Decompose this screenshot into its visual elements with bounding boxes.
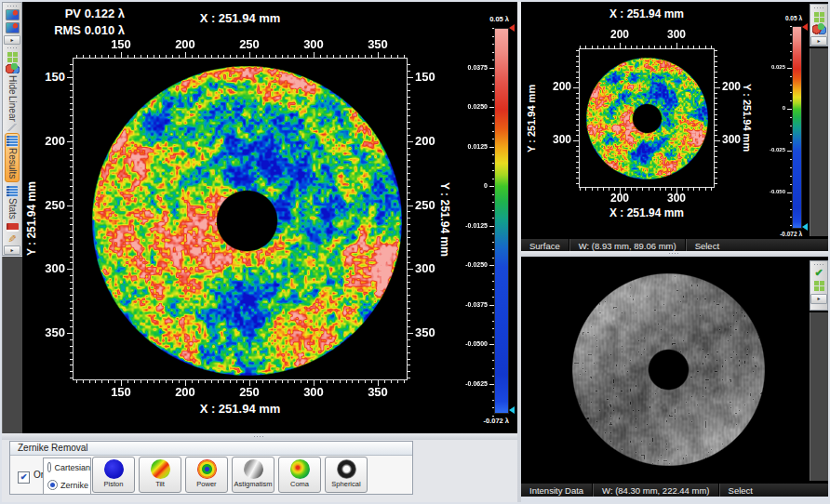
power-icon	[197, 459, 217, 479]
colorbar-tick-label: 0.0250	[449, 103, 488, 110]
axis-tick	[70, 128, 73, 129]
astigmatism-icon	[244, 459, 263, 479]
status-title: Intensity Data	[521, 484, 592, 497]
expand-icon[interactable]: ▸	[4, 245, 20, 255]
colorbar-tick	[492, 289, 495, 290]
mode-option-zernike[interactable]: Zernike	[44, 476, 90, 494]
colorbar-tick	[492, 44, 495, 45]
results-tab[interactable]: Results	[5, 133, 20, 181]
tile-windows-icon[interactable]	[7, 51, 19, 61]
wavefront-colorbar[interactable]	[494, 28, 509, 414]
axis-tick	[715, 162, 717, 163]
colorbar-max-label: 0.05 λ	[435, 15, 509, 23]
tile-windows-icon[interactable]	[813, 11, 825, 22]
colorbar-tick	[492, 115, 495, 116]
colorbar-tick	[492, 154, 495, 155]
surface-map-view[interactable]: X : 251.94 mm Y : 251.94 mm Y : 251.94 m…	[521, 2, 828, 238]
axis-tick	[603, 46, 604, 48]
axis-tick	[70, 97, 73, 98]
spheres-icon[interactable]	[6, 63, 20, 73]
spheres-icon[interactable]	[812, 23, 826, 34]
axis-tick	[408, 97, 410, 98]
on-checkbox[interactable]: ✔	[18, 471, 30, 484]
toolbar-grip[interactable]	[7, 5, 19, 7]
hide-button[interactable]: Hide	[7, 75, 18, 95]
axis-tick	[408, 269, 413, 270]
select-menu[interactable]: Select	[687, 239, 728, 252]
axis-tick	[576, 72, 579, 73]
zernike-power-button[interactable]: Power	[185, 457, 228, 493]
wavefront-plot-frame[interactable]	[73, 58, 408, 380]
report-icon[interactable]	[7, 223, 19, 232]
expand-icon[interactable]: ▸	[4, 35, 20, 45]
intensity-data-view[interactable]	[521, 257, 828, 483]
axis-tick	[256, 55, 257, 58]
axis-tick	[67, 77, 73, 78]
axis-tick	[70, 103, 73, 104]
colorbar-tick	[492, 194, 495, 195]
expand-icon[interactable]: ▸	[810, 36, 827, 46]
axis-tick	[597, 188, 598, 191]
tile-windows-icon[interactable]	[813, 280, 825, 292]
axis-tick	[576, 109, 579, 110]
axis-tick	[715, 66, 717, 67]
wavefront-map-canvas[interactable]	[74, 59, 407, 379]
axis-tick	[614, 188, 615, 191]
cartesian-radio[interactable]	[47, 462, 51, 472]
surface-map-canvas[interactable]	[580, 49, 714, 187]
zernike-spherical-button[interactable]: Spherical	[325, 457, 368, 493]
colorbar-tick	[790, 85, 793, 86]
axis-tick	[70, 135, 73, 136]
wavefront-map-view[interactable]: PV 0.122 λ RMS 0.010 λ X : 251.94 mm Y :…	[22, 2, 517, 433]
axis-tick	[70, 295, 73, 296]
oblique-map-icon[interactable]	[6, 22, 20, 33]
axis-tick	[576, 98, 579, 99]
axis-tick	[70, 173, 73, 174]
axis-tick	[172, 380, 173, 383]
line-tool-icon[interactable]	[7, 124, 18, 132]
surface-plot-frame[interactable]	[579, 48, 715, 188]
axis-tick	[580, 188, 581, 191]
zernike-astigmatism-button[interactable]: Astigmatism	[232, 457, 274, 493]
colorbar-tick-label: -0.025	[747, 147, 785, 153]
colorbar-tick	[492, 312, 495, 313]
axis-tick	[378, 52, 379, 58]
toolbar-grip[interactable]	[813, 7, 825, 9]
axis-tick	[346, 55, 347, 58]
colorbar-tick	[492, 139, 495, 139]
colorbar-tick	[790, 100, 793, 101]
toolbar-grip[interactable]	[813, 263, 825, 266]
axis-tick	[391, 380, 392, 383]
zernike-on-control[interactable]: ✔On	[18, 467, 46, 484]
surface-colorbar[interactable]	[792, 26, 802, 229]
accept-icon[interactable]: ✔	[814, 268, 823, 278]
zernike-coma-button[interactable]: Coma	[278, 457, 321, 493]
toolbar-grip[interactable]	[7, 46, 19, 49]
splitter-grip[interactable]	[253, 435, 265, 438]
expand-icon[interactable]: ▸	[810, 294, 827, 304]
axis-tick	[576, 156, 579, 157]
stats-tab[interactable]: Stats	[6, 184, 19, 221]
linear-button[interactable]: Linear	[7, 96, 18, 122]
axis-tick	[688, 188, 689, 191]
axis-tick	[70, 275, 73, 276]
zernike-radio[interactable]	[47, 480, 58, 490]
axis-tick	[408, 301, 410, 302]
axis-tick	[715, 183, 717, 184]
colorbar-tick	[492, 84, 495, 85]
axis-tick	[408, 160, 410, 161]
axis-tick	[620, 43, 621, 48]
y-tick-label: 300	[415, 261, 452, 275]
colorbar-tick	[790, 209, 793, 210]
splitter-grip[interactable]	[668, 252, 680, 255]
annotate-icon[interactable]: ✎	[7, 234, 18, 243]
zernike-tilt-button[interactable]: Tilt	[139, 457, 181, 493]
mode-option-cartesian[interactable]: Cartesian	[44, 458, 90, 476]
horizontal-splitter[interactable]	[2, 433, 517, 440]
zernike-piston-button[interactable]: Piston	[92, 457, 135, 493]
axis-tick	[307, 55, 308, 58]
axis-tick	[573, 140, 579, 141]
surface-map-icon[interactable]	[6, 9, 20, 20]
select-menu[interactable]: Select	[720, 484, 761, 497]
intensity-image-canvas[interactable]	[521, 257, 828, 483]
